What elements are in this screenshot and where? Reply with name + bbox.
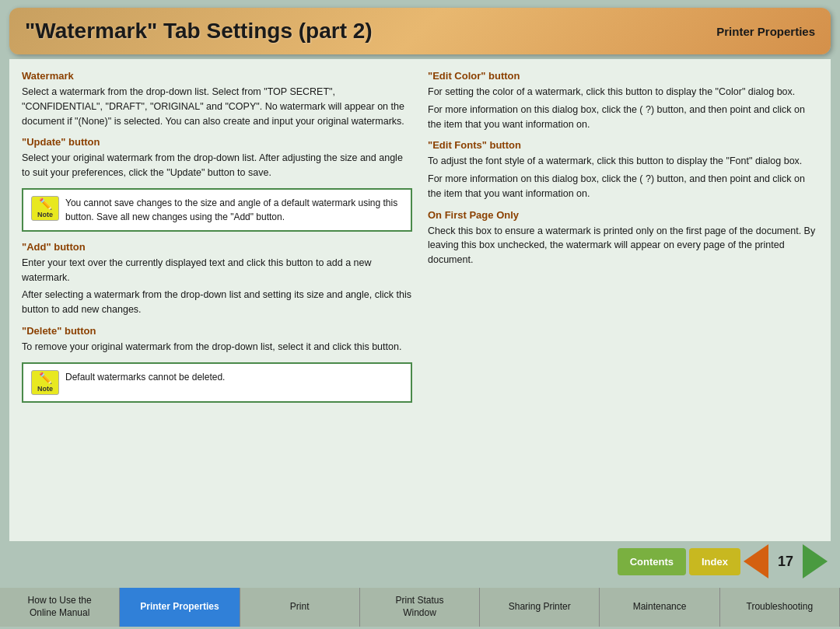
add-heading: "Add" button: [22, 241, 412, 253]
note-text-1: You cannot save changes to the size and …: [65, 196, 403, 224]
first-page-heading: On First Page Only: [428, 209, 818, 221]
right-column: "Edit Color" button For setting the colo…: [428, 70, 818, 530]
tab-bar: How to Use the Online ManualPrinter Prop…: [0, 588, 840, 627]
tab-how-to[interactable]: How to Use the Online Manual: [0, 588, 120, 627]
note-text-2: Default watermarks cannot be deleted.: [65, 370, 225, 384]
edit-color-text1: For setting the color of a watermark, cl…: [428, 85, 818, 100]
note-icon-2: ✏️ Note: [31, 370, 59, 395]
watermark-text: Select a watermark from the drop-down li…: [22, 85, 412, 128]
edit-color-text2: For more information on this dialog box,…: [428, 103, 818, 132]
note-icon-1: ✏️ Note: [31, 196, 59, 221]
update-text: Select your original watermark from the …: [22, 151, 412, 180]
pencil-icon-2: ✏️: [39, 372, 52, 384]
tab-maintenance[interactable]: Maintenance: [600, 588, 719, 627]
contents-button[interactable]: Contents: [618, 548, 686, 575]
tab-sharing-printer[interactable]: Sharing Printer: [480, 588, 600, 627]
tab-print[interactable]: Print: [240, 588, 360, 627]
edit-fonts-text2: For more information on this dialog box,…: [428, 172, 818, 201]
add-text-1: Enter your text over the currently displ…: [22, 256, 412, 285]
tab-troubleshooting[interactable]: Troubleshooting: [720, 588, 840, 627]
index-button[interactable]: Index: [689, 548, 740, 575]
tab-printer-properties[interactable]: Printer Properties: [120, 588, 240, 627]
update-heading: "Update" button: [22, 136, 412, 148]
watermark-heading: Watermark: [22, 70, 412, 82]
main-content: Watermark Select a watermark from the dr…: [9, 59, 831, 541]
delete-text: To remove your original watermark from t…: [22, 340, 412, 355]
pencil-icon: ✏️: [39, 197, 52, 210]
first-page-text: Check this box to ensure a watermark is …: [428, 224, 818, 267]
page-subtitle: Printer Properties: [716, 25, 815, 38]
page-title: "Watermark" Tab Settings (part 2): [25, 19, 373, 44]
edit-fonts-text1: To adjust the font style of a watermark,…: [428, 154, 818, 169]
edit-fonts-heading: "Edit Fonts" button: [428, 139, 818, 151]
next-button[interactable]: [803, 544, 828, 578]
note-box-2: ✏️ Note Default watermarks cannot be del…: [22, 362, 412, 403]
note-box-1: ✏️ Note You cannot save changes to the s…: [22, 188, 412, 232]
add-text-2: After selecting a watermark from the dro…: [22, 288, 412, 317]
page-header: "Watermark" Tab Settings (part 2) Printe…: [9, 8, 831, 54]
delete-heading: "Delete" button: [22, 325, 412, 337]
prev-button[interactable]: [744, 544, 768, 578]
tab-print-status[interactable]: Print Status Window: [360, 588, 480, 627]
edit-color-heading: "Edit Color" button: [428, 70, 818, 82]
page-number: 17: [772, 554, 800, 570]
nav-buttons: Contents Index 17: [618, 544, 828, 578]
bottom-nav-area: Contents Index 17: [0, 541, 840, 588]
left-column: Watermark Select a watermark from the dr…: [22, 70, 412, 530]
